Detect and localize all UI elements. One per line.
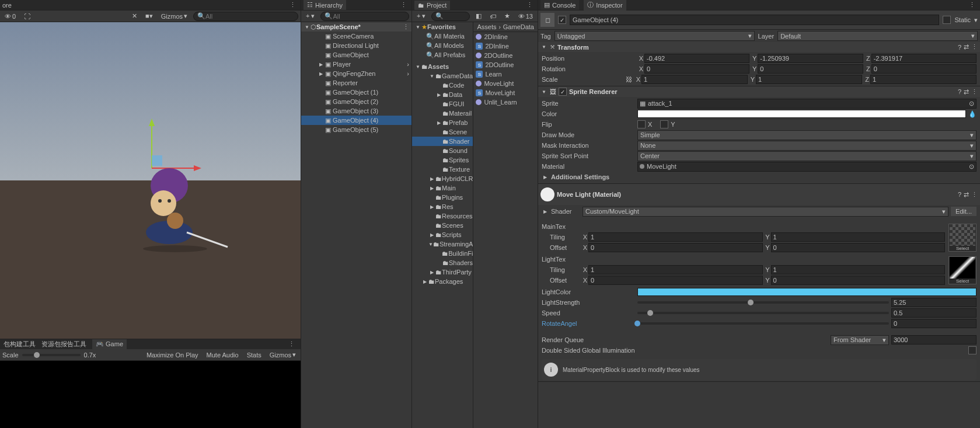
hierarchy-item[interactable]: ▶▣QingFengZhen› — [301, 69, 411, 78]
favorite-item[interactable]: 🔍All Materia — [412, 32, 473, 41]
folder-item[interactable]: ▶🖿HybridCLR — [412, 174, 473, 183]
rot-z[interactable] — [871, 64, 976, 74]
help-icon[interactable]: ? — [958, 44, 961, 51]
scene-root[interactable]: ▼ ⬡ SampleScene* ⋮ — [301, 22, 411, 32]
favorites-header[interactable]: ▼ ★ Favorites — [412, 22, 473, 32]
hierarchy-search-input[interactable] — [333, 13, 405, 20]
hidden-count-badge[interactable]: 👁0 — [2, 12, 18, 20]
folder-item[interactable]: ▶🖿Main — [412, 183, 473, 193]
hierarchy-item[interactable]: ▣Reporter — [301, 78, 411, 88]
project-search-input[interactable] — [444, 13, 465, 20]
hierarchy-menu-icon[interactable]: ⋮ — [398, 1, 409, 9]
filter-icon[interactable]: ◧ — [473, 12, 484, 20]
lt-tile-y[interactable] — [771, 265, 946, 274]
scl-y[interactable] — [756, 75, 862, 84]
folder-item[interactable]: 🖿BuildinFi — [412, 249, 473, 258]
help-icon[interactable]: ? — [958, 191, 961, 198]
component-menu-icon[interactable]: ⋮ — [971, 43, 978, 51]
project-breadcrumb[interactable]: Assets › GameData — [473, 22, 538, 32]
stats-toggle[interactable]: Stats — [245, 351, 264, 359]
help-icon[interactable]: ? — [958, 88, 961, 95]
additional-arrow[interactable]: ▶ — [542, 175, 549, 180]
lightcolor-field[interactable] — [637, 288, 976, 296]
renderqueue-value[interactable] — [891, 335, 976, 345]
renderqueue-dropdown[interactable]: From Shader▾ — [831, 335, 889, 345]
static-checkbox[interactable] — [943, 16, 951, 24]
rot-x[interactable] — [644, 64, 749, 74]
asset-item[interactable]: Unlit_Learn — [473, 98, 538, 107]
folder-item[interactable]: ▼🖿StreamingA — [412, 239, 473, 249]
asset-store-tab[interactable]: ore — [2, 2, 12, 9]
lightstrength-value[interactable] — [891, 298, 976, 307]
tag-icon[interactable]: 🏷 — [487, 12, 498, 20]
game-view[interactable] — [0, 361, 301, 428]
folder-item[interactable]: 🖿Sprites — [412, 155, 473, 165]
scene-search-input[interactable] — [205, 13, 294, 20]
mt-off-x[interactable] — [588, 243, 763, 252]
favorite-item[interactable]: 🔍All Models — [412, 41, 473, 50]
transform-header[interactable]: ▼ ⤧ Transform ? ⇄ ⋮ — [538, 42, 980, 52]
scl-z[interactable] — [870, 75, 976, 84]
mt-tile-x[interactable] — [588, 232, 763, 242]
material-expand-arrow[interactable]: ▶ — [542, 209, 549, 214]
hierarchy-item[interactable]: ▣GameObject (4) — [301, 116, 411, 125]
maximize-toggle[interactable]: Maximize On Play — [144, 351, 201, 359]
component-menu-icon[interactable]: ⋮ — [971, 191, 978, 199]
preset-icon[interactable]: ⇄ — [964, 191, 969, 199]
folder-item[interactable]: ▶🖿ThirdParty — [412, 267, 473, 277]
drawmode-dropdown[interactable]: Simple▾ — [637, 130, 976, 140]
rot-y[interactable] — [758, 64, 863, 74]
speed-value[interactable] — [891, 308, 976, 318]
sprite-renderer-header[interactable]: ▼ 🖼 Sprite Renderer ? ⇄ ⋮ — [538, 86, 980, 97]
folder-item[interactable]: 🖿Texture — [412, 165, 473, 174]
favorite-item[interactable]: 🔍All Prefabs — [412, 50, 473, 60]
flip-x-checkbox[interactable] — [637, 120, 646, 128]
hierarchy-item[interactable]: ▶▣Player› — [301, 60, 411, 69]
pos-x[interactable] — [644, 54, 749, 63]
asset-item[interactable]: MoveLight — [473, 79, 538, 88]
preset-icon[interactable]: ⇄ — [964, 43, 969, 51]
add-button[interactable]: + ▾ — [414, 12, 428, 20]
asset-item[interactable]: 2DInline — [473, 32, 538, 41]
hierarchy-item[interactable]: ▣GameObject (5) — [301, 125, 411, 134]
scene-view[interactable] — [0, 22, 301, 339]
asset-item[interactable]: SMoveLight — [473, 88, 538, 98]
maintex-thumb[interactable]: Select — [948, 224, 976, 252]
lighttex-thumb[interactable]: Select — [948, 256, 976, 284]
add-button[interactable]: + ▾ — [304, 12, 317, 20]
scl-x[interactable] — [641, 75, 748, 84]
mute-toggle[interactable]: Mute Audio — [204, 351, 241, 359]
shader-dropdown[interactable]: Custom/MoveLight▾ — [583, 207, 948, 217]
gameobject-name-input[interactable] — [570, 15, 939, 25]
tag-dropdown[interactable]: Untagged▾ — [554, 31, 755, 41]
scale-slider[interactable] — [22, 354, 81, 356]
edit-button[interactable]: Edit... — [951, 207, 976, 216]
project-menu-icon[interactable]: ⋮ — [524, 1, 535, 9]
rotate-value[interactable] — [891, 319, 976, 328]
inspector-tab[interactable]: ⓘ Inspector — [584, 0, 626, 11]
folder-item[interactable]: ▼🖿GameData — [412, 71, 473, 81]
inspector-menu-icon[interactable]: ⋮ — [967, 1, 978, 9]
lightstrength-slider[interactable] — [637, 301, 889, 304]
gizmos-dropdown[interactable]: Gizmos ▾ — [159, 12, 190, 20]
star-icon[interactable]: ★ — [502, 12, 512, 20]
lt-off-y[interactable] — [771, 276, 946, 285]
hierarchy-item[interactable]: ▣GameObject (3) — [301, 106, 411, 116]
folder-item[interactable]: 🖿Sound — [412, 146, 473, 155]
project-search[interactable]: 🔍 — [431, 12, 469, 21]
hierarchy-item[interactable]: ▣GameObject — [301, 50, 411, 60]
assets-header[interactable]: ▼ 🖿 Assets — [412, 62, 473, 71]
hierarchy-search[interactable]: 🔍 — [320, 12, 409, 21]
tool-icon[interactable]: ✕ — [130, 12, 139, 20]
scene-tab-menu-icon[interactable]: ⋮ — [287, 1, 298, 9]
folder-item[interactable]: 🖿FGUI — [412, 99, 473, 109]
material-field[interactable]: MoveLight⊙ — [637, 162, 976, 172]
pos-y[interactable] — [758, 54, 863, 63]
sprite-enabled-checkbox[interactable] — [559, 88, 567, 96]
doublesided-checkbox[interactable] — [968, 346, 976, 354]
folder-item[interactable]: ▶🖿Scripts — [412, 230, 473, 239]
expand-arrow-icon[interactable]: ▼ — [304, 25, 311, 30]
layer-dropdown[interactable]: Default▾ — [777, 31, 978, 41]
asset-item[interactable]: S2DInline — [473, 41, 538, 51]
rotate-slider[interactable] — [637, 322, 889, 325]
